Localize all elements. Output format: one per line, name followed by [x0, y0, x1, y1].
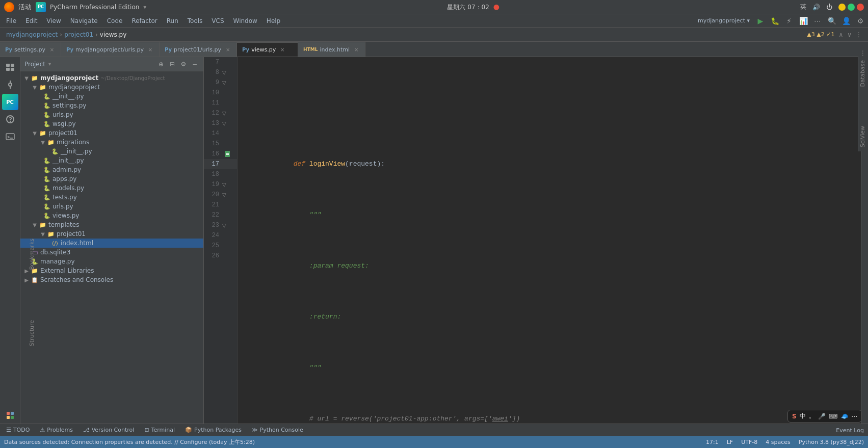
- tree-item-urls2[interactable]: 🐍 urls.py: [20, 202, 203, 211]
- power-icon[interactable]: ⏻: [826, 4, 832, 11]
- bottom-tab-terminal[interactable]: ⊡ Terminal: [142, 426, 177, 434]
- svg-rect-13: [7, 416, 10, 419]
- settings-icon[interactable]: ⚙: [855, 15, 866, 27]
- tree-item-apps[interactable]: 🐍 apps.py: [20, 174, 203, 183]
- bookmarks-tab[interactable]: Bookmarks: [29, 239, 35, 270]
- more-actions[interactable]: ⋯: [812, 15, 823, 27]
- tree-item-project01-sub[interactable]: ▼ 📁 project01: [20, 229, 203, 239]
- fold-20[interactable]: ▽: [222, 192, 232, 198]
- breadcrumb-nav-down[interactable]: ∨: [847, 31, 852, 38]
- search-everywhere[interactable]: 🔍: [826, 15, 837, 27]
- breadcrumb-nav-up[interactable]: ∧: [838, 31, 843, 38]
- tree-item-migrations[interactable]: ▼ 📁 migrations: [20, 138, 203, 147]
- project-collapse-icon[interactable]: ⊟: [168, 60, 177, 69]
- bottom-tab-todo[interactable]: ☰ TODO: [4, 426, 32, 434]
- sidebar-terminal-icon[interactable]: [2, 128, 18, 145]
- menu-tools[interactable]: Tools: [183, 16, 207, 26]
- win-minimize[interactable]: [838, 4, 846, 11]
- menu-edit[interactable]: Edit: [21, 16, 41, 26]
- tab-views-close[interactable]: ×: [279, 46, 286, 54]
- tab-mydjangoproject-urls-close[interactable]: ×: [147, 46, 154, 53]
- tree-item-init1[interactable]: 🐍 __init__.py: [20, 92, 203, 101]
- tree-item-views[interactable]: 🐍 views.py: [20, 211, 203, 220]
- project-locate-icon[interactable]: ⊕: [156, 60, 166, 69]
- bottom-tab-problems[interactable]: ⚠ Problems: [38, 426, 75, 434]
- run-button[interactable]: ▶: [755, 15, 766, 27]
- tab-settings[interactable]: Py settings.py ×: [0, 42, 61, 57]
- sciview-tab[interactable]: SciView: [858, 122, 868, 151]
- tree-item-db-sqlite[interactable]: 🗃 db.sqlite3: [20, 248, 203, 257]
- bottom-tab-python-console[interactable]: ≫ Python Console: [250, 426, 305, 434]
- fold-12[interactable]: ▽: [222, 111, 232, 116]
- firefox-icon[interactable]: [4, 2, 14, 12]
- project-close-icon[interactable]: −: [190, 60, 199, 69]
- tab-mydjangoproject-urls[interactable]: Py mydjangoproject/urls.py ×: [61, 42, 160, 57]
- folder-icon-migrations: 📁: [47, 138, 55, 146]
- audio-icon[interactable]: 🔊: [812, 4, 820, 11]
- tree-item-wsgi[interactable]: 🐍 wsgi.py: [20, 119, 203, 128]
- sidebar-help-icon[interactable]: ?: [2, 111, 18, 127]
- tree-item-manage[interactable]: 🐍 manage.py: [20, 257, 203, 266]
- tree-item-project01[interactable]: ▼ 📁 project01: [20, 128, 203, 138]
- event-log[interactable]: Event Log: [836, 427, 864, 434]
- sidebar-plugins-icon[interactable]: [2, 407, 18, 424]
- breadcrumb-more[interactable]: ⋮: [856, 31, 862, 38]
- debug-button[interactable]: 🐛: [769, 15, 780, 27]
- bottom-tab-python-packages[interactable]: 📦 Python Packages: [183, 426, 244, 434]
- win-close[interactable]: [857, 4, 864, 11]
- tree-item-init-migrations[interactable]: 🐍 __init__.py: [20, 147, 203, 156]
- fold-19[interactable]: ▽: [222, 182, 232, 188]
- menu-run[interactable]: Run: [163, 16, 182, 26]
- tree-item-models[interactable]: 🐍 models.py: [20, 183, 203, 193]
- tree-item-tests[interactable]: 🐍 tests.py: [20, 193, 203, 202]
- tab-views[interactable]: Py views.py ×: [237, 42, 298, 57]
- breadcrumb-sub[interactable]: project01: [64, 31, 93, 38]
- tab-index-html-close[interactable]: ×: [353, 46, 360, 53]
- user-icon[interactable]: 👤: [840, 15, 852, 27]
- win-maximize[interactable]: [848, 4, 855, 11]
- tree-item-urls1[interactable]: 🐍 urls.py: [20, 110, 203, 119]
- sogou-ime-bar[interactable]: S 中 。 🎤 ⌨ 🧢 ⋯: [787, 410, 862, 423]
- profile-button[interactable]: ⚡: [783, 15, 795, 27]
- fold-13[interactable]: ▽: [222, 121, 232, 126]
- menu-window[interactable]: Window: [229, 16, 261, 26]
- database-tab[interactable]: Database: [858, 57, 868, 91]
- tab-project01-urls-close[interactable]: ×: [224, 46, 231, 53]
- coverage-button[interactable]: 📊: [798, 15, 809, 27]
- fold-23[interactable]: ▽: [222, 223, 232, 228]
- run-config-dropdown[interactable]: mydjangoproject ▾: [696, 15, 752, 27]
- tree-item-admin[interactable]: 🐍 admin.py: [20, 165, 203, 174]
- tree-item-mydjangoproject[interactable]: ▼ 📁 mydjangoproject: [20, 83, 203, 92]
- tabs-more[interactable]: ⋮: [858, 49, 868, 57]
- lang-indicator[interactable]: 英: [800, 3, 806, 11]
- tree-item-index-html[interactable]: ⟨/⟩ index.html: [20, 239, 203, 248]
- menu-code[interactable]: Code: [103, 16, 127, 26]
- fold-8[interactable]: ▽: [222, 70, 232, 75]
- tab-index-html[interactable]: HTML index.html ×: [298, 42, 365, 57]
- tree-item-root[interactable]: ▼ 📁 mydjangoproject ~/Desktop/DjangoProj…: [20, 73, 203, 83]
- tree-item-settings[interactable]: 🐍 settings.py: [20, 101, 203, 110]
- menu-vcs[interactable]: VCS: [207, 16, 228, 26]
- tab-settings-close[interactable]: ×: [48, 46, 56, 53]
- bottom-tab-version-control[interactable]: ⎇ Version Control: [81, 426, 136, 434]
- tree-item-templates[interactable]: ▼ 📁 templates: [20, 220, 203, 229]
- project-settings-icon[interactable]: ⚙: [179, 60, 188, 69]
- code-text-area[interactable]: def loginView(request): """ :param reque…: [238, 57, 861, 424]
- code-editor[interactable]: 7 8 ▽ 9 ▽ 10 1: [204, 57, 868, 424]
- menu-refactor[interactable]: Refactor: [127, 16, 161, 26]
- sidebar-pycharm-icon[interactable]: PC: [2, 94, 18, 110]
- menu-help[interactable]: Help: [262, 16, 284, 26]
- tab-project01-urls[interactable]: Py project01/urls.py ×: [160, 42, 237, 57]
- menu-file[interactable]: File: [2, 16, 20, 26]
- tree-item-scratches[interactable]: ▶ 📋 Scratches and Consoles: [20, 275, 203, 284]
- tree-item-init2[interactable]: 🐍 __init__.py: [20, 156, 203, 165]
- fold-9[interactable]: ▽: [222, 80, 232, 86]
- sidebar-project-icon[interactable]: [2, 59, 18, 75]
- breadcrumb-project[interactable]: mydjangoproject: [6, 31, 58, 38]
- tree-arrow-mydjangoproject: ▼: [31, 83, 39, 91]
- menu-view[interactable]: View: [42, 16, 65, 26]
- menu-navigate[interactable]: Navigate: [66, 16, 102, 26]
- tree-item-external-libs[interactable]: ▶ 📁 External Libraries: [20, 266, 203, 275]
- structure-tab[interactable]: Structure: [29, 320, 35, 346]
- sidebar-commit-icon[interactable]: [2, 76, 18, 93]
